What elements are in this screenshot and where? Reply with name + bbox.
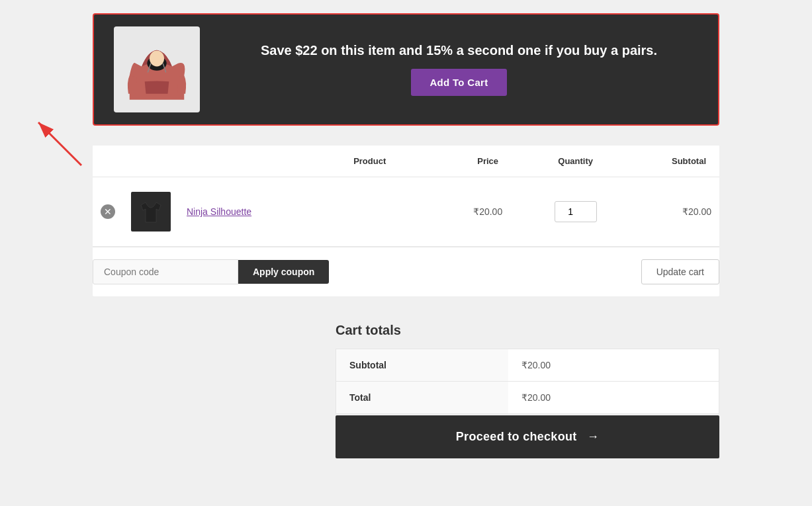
product-price-cell: ₹20.00 [449,177,526,247]
promo-text-block: Save $22 on this item and 15% a second o… [220,43,698,96]
update-cart-button[interactable]: Update cart [641,259,719,284]
apply-coupon-button[interactable]: Apply coupon [238,260,329,284]
subtotal-row: Subtotal ₹20.00 [336,349,719,382]
cart-section: Product Price Quantity Subtotal ✕ [93,146,719,296]
coupon-left: Apply coupon [93,259,329,284]
add-to-cart-button[interactable]: Add To Cart [411,69,506,96]
promo-banner-image [114,26,200,112]
cart-totals-title: Cart totals [336,323,719,338]
svg-point-4 [150,51,164,67]
product-thumbnail [131,192,171,232]
subtotal-value: ₹20.00 [508,349,719,382]
col-header-quantity: Quantity [526,146,625,177]
product-name-link[interactable]: Ninja Silhouette [187,206,251,217]
checkout-arrow-icon: → [587,430,599,444]
checkout-button[interactable]: Proceed to checkout → [336,415,719,458]
total-row: Total ₹20.00 [336,382,719,414]
col-header-price: Price [449,146,526,177]
tshirt-icon [138,198,164,225]
totals-table: Subtotal ₹20.00 Total ₹20.00 [336,349,719,414]
checkout-label: Proceed to checkout [456,430,577,443]
promo-message: Save $22 on this item and 15% a second o… [261,43,657,58]
product-name-cell: Ninja Silhouette [179,177,449,247]
remove-cell: ✕ [93,177,123,247]
cart-totals-box: Cart totals Subtotal ₹20.00 Total ₹20.00… [336,323,719,458]
product-subtotal-cell: ₹20.00 [625,177,719,247]
promo-banner: Save $22 on this item and 15% a second o… [93,13,719,126]
cart-table: Product Price Quantity Subtotal ✕ [93,146,719,247]
col-header-product: Product [179,146,449,177]
svg-line-1 [38,122,81,165]
page-container: Save $22 on this item and 15% a second o… [0,0,812,506]
cart-totals-section: Cart totals Subtotal ₹20.00 Total ₹20.00… [93,323,719,458]
product-quantity-cell [526,177,625,247]
remove-item-button[interactable]: ✕ [101,204,115,219]
quantity-input[interactable] [555,201,597,222]
coupon-row: Apply coupon Update cart [93,247,719,296]
coupon-input[interactable] [93,259,238,284]
col-header-subtotal: Subtotal [625,146,719,177]
arrow-annotation [25,116,91,169]
total-label: Total [336,382,509,414]
table-row: ✕ Ninja Silhouette ₹20.00 [93,177,719,247]
total-value: ₹20.00 [508,382,719,414]
subtotal-label: Subtotal [336,349,509,382]
product-image-cell [123,177,179,247]
hoodie-svg [120,33,193,106]
